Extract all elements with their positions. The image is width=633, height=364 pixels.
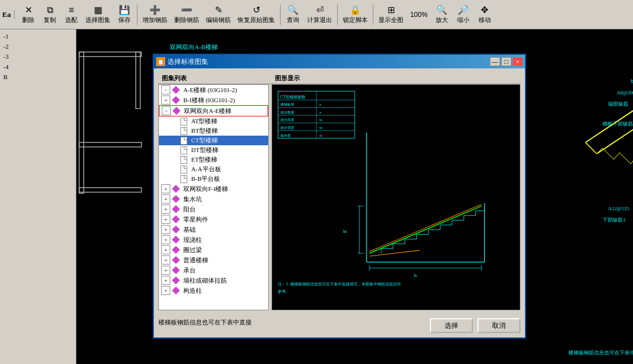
close-button[interactable]: ×	[513, 57, 523, 66]
tree-expand-btn[interactable]: +	[161, 255, 170, 265]
tree-item[interactable]: +B-I楼梯 (03G101-2)	[159, 95, 268, 105]
maximize-button[interactable]: □	[501, 57, 511, 66]
folder-icon	[171, 226, 180, 233]
tree-expand-btn[interactable]: +	[161, 266, 170, 275]
tree-item[interactable]: −双网双向A-E楼梯	[159, 105, 268, 116]
folder-icon	[171, 246, 180, 254]
folder-icon	[171, 266, 180, 274]
tree-item[interactable]: +墙柱或砌体拉筋	[159, 275, 268, 285]
tree-expand-btn[interactable]: +	[161, 205, 170, 214]
preview-drawing: CT型楼梯参数 楼梯板厚 h 踏步数量 n 踏步高度 hs	[272, 85, 520, 310]
svg-text:踏步数量: 踏步数量	[281, 110, 294, 114]
tree-item[interactable]: +圈过梁	[159, 245, 268, 255]
tree-item[interactable]: +现浇柱	[159, 235, 268, 245]
diamond-icon	[172, 205, 180, 213]
tree-item-label: A-A平台板	[191, 165, 221, 174]
tree-panel[interactable]: −A-E楼梯 (03G101-2)+B-I楼梯 (03G101-2)−双网双向A…	[158, 84, 269, 310]
folder-icon	[171, 256, 180, 264]
tree-item-label: 阳台	[183, 205, 196, 214]
svg-text:注：1. 楼梯板钢筋信息也可在下表中直接填写，本图集中钢筋信: 注：1. 楼梯板钢筋信息也可在下表中直接填写，本图集中钢筋信息仅作	[278, 281, 401, 287]
svg-text:CT型楼梯参数: CT型楼梯参数	[281, 94, 305, 99]
tree-expand-btn[interactable]: +	[161, 245, 170, 254]
diamond-icon	[172, 276, 180, 284]
diamond-icon	[172, 236, 180, 244]
tree-item-label: AT型楼梯	[191, 117, 217, 125]
dialog-buttons: 选择 取消	[430, 318, 520, 333]
tree-item[interactable]: +构造柱	[159, 285, 268, 296]
svg-text:ln: ln	[319, 133, 322, 137]
tree-item[interactable]: A-A平台板	[159, 164, 268, 174]
tree-item[interactable]: +承台	[159, 265, 268, 275]
svg-text:hn: hn	[343, 229, 347, 234]
tree-expand-btn[interactable]: +	[161, 215, 170, 224]
svg-text:ln: ln	[414, 273, 417, 278]
tree-expand-btn[interactable]: +	[161, 286, 170, 295]
tree-item-label: DT型楼梯	[191, 146, 218, 154]
tree-item-label: A-E楼梯 (03G101-2)	[183, 86, 237, 94]
svg-text:踏步高度: 踏步高度	[281, 118, 294, 122]
tree-item[interactable]: −A-E楼梯 (03G101-2)	[159, 85, 268, 95]
doc-icon	[179, 118, 188, 125]
cancel-button[interactable]: 取消	[477, 318, 520, 333]
tree-item-label: B-B平台板	[191, 175, 220, 183]
tree-item[interactable]: +普通楼梯	[159, 255, 268, 265]
folder-icon	[172, 107, 181, 115]
preview-section: 图形显示 CT型楼梯参数 楼梯板厚 h	[272, 73, 520, 310]
tree-item[interactable]: +集水坑	[159, 194, 268, 204]
tree-item-label: 集水坑	[183, 195, 202, 203]
tree-item[interactable]: +双网双向F-I楼梯	[159, 184, 268, 194]
tree-expand-btn[interactable]: +	[161, 276, 170, 285]
svg-text:参考。: 参考。	[278, 289, 290, 294]
diamond-icon	[172, 287, 180, 294]
tree-item-label: 承台	[183, 266, 196, 275]
preview-panel: CT型楼梯参数 楼梯板厚 h 踏步数量 n 踏步高度 hs	[272, 84, 520, 310]
svg-text:bs: bs	[319, 125, 322, 129]
dialog-body: 图集列表 −A-E楼梯 (03G101-2)+B-I楼梯 (03G101-2)−…	[154, 68, 525, 315]
tree-item[interactable]: DT型楼梯	[159, 145, 268, 155]
svg-text:板跨度: 板跨度	[280, 133, 291, 137]
tree-item[interactable]: +基础	[159, 224, 268, 235]
tree-item-label: 基础	[183, 226, 196, 234]
select-atlas-dialog: 📋 选择标准图集 — □ × 图集列表 −A-E楼梯 (03G101-2)+B-…	[153, 54, 526, 339]
tree-item[interactable]: AT型楼梯	[159, 116, 268, 126]
folder-icon	[171, 86, 180, 94]
tree-section: 图集列表 −A-E楼梯 (03G101-2)+B-I楼梯 (03G101-2)−…	[158, 73, 272, 310]
tree-item[interactable]: +阳台	[159, 204, 268, 214]
folder-icon	[171, 287, 180, 294]
dialog-title: 📋 选择标准图集	[156, 57, 208, 67]
document-icon	[180, 137, 187, 145]
tree-item[interactable]: +零星构件	[159, 214, 268, 224]
tree-expand-btn[interactable]: +	[161, 225, 170, 234]
document-icon	[180, 127, 187, 135]
tree-expand-btn[interactable]: −	[162, 106, 171, 115]
folder-icon	[171, 205, 180, 213]
tree-item-label: 零星构件	[183, 215, 208, 224]
tree-item-label: BT型楼梯	[191, 127, 218, 135]
dialog-titlebar[interactable]: 📋 选择标准图集 — □ ×	[154, 55, 525, 68]
svg-line-55	[369, 206, 481, 253]
dialog-footer: 楼梯板钢筋信息也可在下表中直接 选择 取消	[154, 315, 525, 337]
minimize-button[interactable]: —	[490, 57, 500, 66]
diamond-icon	[172, 86, 180, 94]
tree-expand-btn[interactable]: −	[161, 85, 170, 94]
doc-icon	[179, 156, 188, 164]
svg-line-74	[369, 205, 481, 252]
tree-item[interactable]: B-B平台板	[159, 174, 268, 184]
folder-icon	[171, 195, 180, 203]
doc-icon	[179, 146, 188, 154]
tree-expand-btn[interactable]: +	[161, 235, 170, 244]
doc-icon	[179, 166, 188, 174]
tree-item[interactable]: CT型楼梯	[159, 136, 268, 145]
document-icon	[180, 156, 187, 164]
tree-expand-btn[interactable]: +	[161, 184, 170, 193]
dialog-note: 楼梯板钢筋信息也可在下表中直接	[158, 318, 373, 327]
confirm-button[interactable]: 选择	[430, 318, 473, 333]
tree-item[interactable]: BT型楼梯	[159, 126, 268, 136]
tree-panel-header: 图集列表	[158, 73, 272, 84]
tree-expand-btn[interactable]: +	[161, 96, 170, 105]
tree-item[interactable]: ET型楼梯	[159, 155, 268, 164]
tree-item-label: ET型楼梯	[191, 155, 217, 164]
document-icon	[180, 118, 187, 125]
svg-text:踏步宽度: 踏步宽度	[281, 125, 294, 129]
tree-expand-btn[interactable]: +	[161, 194, 170, 203]
